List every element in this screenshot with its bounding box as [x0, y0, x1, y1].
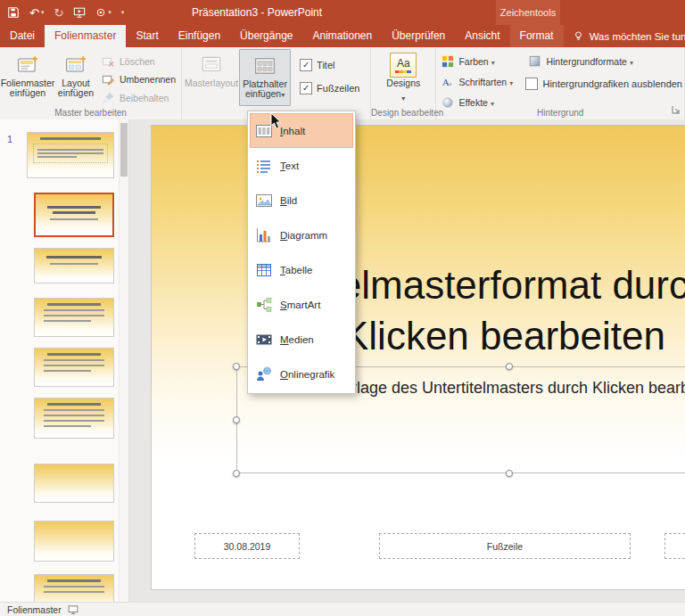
date-placeholder[interactable]: 30.08.2019 [194, 533, 300, 559]
background-styles-icon [529, 55, 541, 68]
insert-layout-label: Layout einfügen [54, 78, 98, 98]
resize-handle[interactable] [233, 416, 240, 423]
tell-me-search[interactable]: Was möchten Sie tun? [564, 25, 685, 47]
window-title: Präsentation3 - PowerPoint [192, 0, 322, 25]
start-slideshow-button[interactable] [73, 6, 86, 19]
scrollbar-thumb[interactable] [120, 123, 128, 177]
insert-layout-icon [64, 52, 87, 78]
slide-thumbnail-panel: 1 [0, 119, 129, 602]
menu-item-diagramm[interactable]: Diagramm [250, 218, 353, 252]
delete-button[interactable]: Löschen [98, 53, 179, 70]
menu-item-label: Medien [280, 334, 314, 345]
title-checkbox[interactable]: ✓ [300, 59, 312, 71]
effects-label: Effekte [458, 97, 494, 108]
footers-checkbox-label: Fußzeilen [317, 83, 359, 94]
undo-button[interactable]: ↶ ▾ [29, 7, 44, 19]
tab-start[interactable]: Start [126, 25, 168, 47]
menu-item-smartart[interactable]: SmartArt [250, 287, 353, 322]
fonts-button[interactable]: Aa Schriftarten [438, 73, 520, 91]
text-placeholder-icon [255, 157, 273, 175]
background-styles-button[interactable]: Hintergrundformate [525, 53, 682, 70]
resize-handle[interactable] [506, 363, 513, 370]
group-hintergrund: Farben Aa Schriftarten Effekte Hintergru… [436, 47, 685, 119]
menu-item-inhalt[interactable]: Inhalt [250, 113, 353, 148]
thumbnail-layout[interactable] [34, 348, 114, 387]
footers-checkbox[interactable]: ✓ [300, 82, 312, 94]
colors-icon [442, 55, 454, 68]
chevron-down-icon [281, 88, 285, 99]
footer-placeholder[interactable]: Fußzeile [379, 533, 631, 559]
resize-handle[interactable] [506, 470, 513, 477]
menu-item-bild[interactable]: Bild [250, 183, 353, 218]
thumbnail-layout[interactable] [34, 464, 114, 503]
insert-layout-button[interactable]: Layout einfügen [54, 49, 98, 106]
master-layout-button[interactable]: Masterlayout [184, 49, 239, 106]
insert-placeholder-button[interactable]: Platzhalter einfügen [239, 49, 291, 106]
dialog-launcher-button[interactable] [672, 102, 681, 118]
slide-title-placeholder[interactable]: Titelmasterformat durch Klicken bearbeit… [152, 259, 685, 361]
thumbnail-scrollbar[interactable] [119, 119, 128, 602]
slide-editing-surface[interactable]: Titelmasterformat durch Klicken bearbeit… [152, 126, 685, 589]
footers-checkbox-row[interactable]: ✓ Fußzeilen [300, 82, 359, 94]
title-checkbox-row[interactable]: ✓ Titel [300, 59, 359, 71]
preserve-button[interactable]: Beibehalten [98, 90, 179, 106]
tab-einfuegen[interactable]: Einfügen [169, 25, 230, 47]
tab-datei[interactable]: Datei [0, 25, 45, 47]
customize-quick-access-button[interactable]: ▾ [121, 9, 125, 16]
redo-icon: ↻ [54, 7, 63, 19]
insert-slide-master-button[interactable]: Folienmaster einfügen [2, 49, 54, 106]
thumbnail-layout[interactable] [34, 248, 114, 283]
tab-animationen[interactable]: Animationen [302, 25, 382, 47]
thumbnail-layout[interactable] [34, 398, 114, 439]
tab-ueberpruefen[interactable]: Überprüfen [382, 25, 455, 47]
menu-item-onlinegrafik[interactable]: Onlinegrafik [250, 357, 353, 391]
slide-subtitle-text[interactable]: Formatvorlage des Untertitelmasters durc… [152, 379, 685, 398]
master-layout-icon [200, 52, 223, 78]
delete-label: Löschen [120, 56, 155, 67]
title-checkbox-label: Titel [317, 60, 334, 70]
tab-folienmaster[interactable]: Folienmaster [45, 25, 126, 47]
menu-item-text[interactable]: Text [250, 148, 353, 183]
themes-button[interactable]: Aa Designs [376, 49, 430, 106]
ribbon: Folienmaster einfügen Layout einfügen Lö… [0, 47, 685, 120]
titlebar: ↶ ▾ ↻ ▾ ▾ Präsentation3 - PowerPoint Zei… [0, 0, 685, 25]
menu-item-tabelle[interactable]: Tabelle [250, 252, 353, 287]
thumbnail-layout[interactable] [34, 574, 114, 602]
content-placeholder-icon [255, 122, 273, 140]
thumbnail-title-layout-selected[interactable] [34, 193, 114, 237]
hide-background-graphics-checkbox[interactable] [525, 78, 538, 90]
colors-button[interactable]: Farben [438, 53, 520, 70]
smartart-placeholder-icon [255, 296, 273, 314]
thumbnail-layout[interactable] [34, 521, 114, 562]
fonts-label: Schriftarten [458, 77, 513, 87]
statusbar-view-label: Folienmaster [7, 604, 62, 615]
quick-access-toolbar: ↶ ▾ ↻ ▾ ▾ [7, 0, 124, 25]
resize-handle[interactable] [233, 470, 240, 477]
hide-background-graphics-row[interactable]: Hintergrundgrafiken ausblenden [525, 78, 682, 90]
group-master-bearbeiten: Folienmaster einfügen Layout einfügen Lö… [0, 47, 182, 119]
tab-format[interactable]: Format [510, 25, 564, 47]
chevron-down-icon: ▾ [108, 9, 111, 16]
touch-mode-button[interactable]: ▾ [95, 7, 111, 18]
dialog-launcher-icon [672, 105, 681, 114]
ribbon-tab-row: Datei Folienmaster Start Einfügen Übergä… [0, 25, 685, 47]
tab-uebergaenge[interactable]: Übergänge [230, 25, 302, 47]
redo-button[interactable]: ↻ [54, 7, 63, 19]
menu-item-medien[interactable]: Medien [250, 322, 353, 357]
slide-title-line1: Titelmasterformat durch [152, 259, 685, 310]
preserve-label: Beibehalten [120, 93, 169, 103]
fonts-icon: Aa [442, 76, 454, 88]
resize-handle[interactable] [233, 363, 240, 370]
tab-ansicht[interactable]: Ansicht [455, 25, 509, 47]
touch-mode-icon [95, 7, 106, 18]
slidenumber-placeholder[interactable] [664, 533, 685, 559]
svg-text:a: a [449, 80, 452, 87]
chevron-down-icon [401, 88, 405, 104]
thumbnail-layout[interactable] [34, 298, 114, 337]
group-label-master-bearbeiten: Master bearbeiten [0, 108, 181, 118]
rename-button[interactable]: Umbenennen [98, 71, 179, 87]
menu-item-label: SmartArt [280, 300, 320, 310]
chart-placeholder-icon [255, 226, 273, 244]
save-button[interactable] [7, 6, 20, 19]
thumbnail-slide-master[interactable] [27, 132, 114, 178]
